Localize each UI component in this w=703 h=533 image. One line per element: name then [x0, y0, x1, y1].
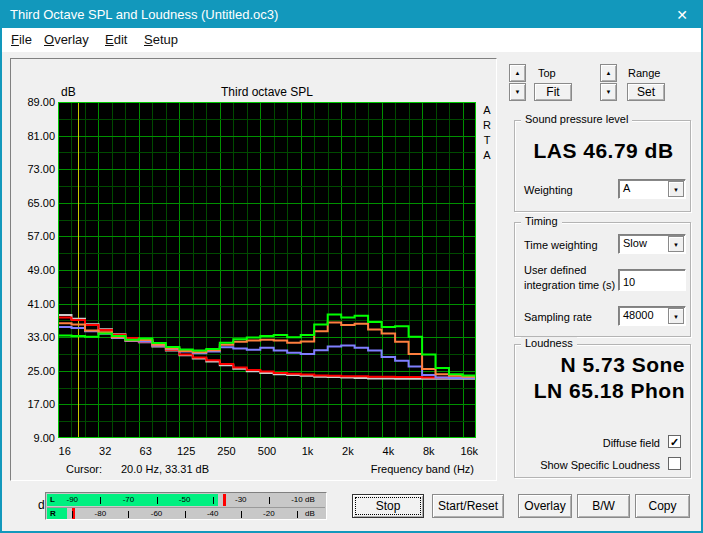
- start-reset-button[interactable]: Start/Reset: [432, 494, 504, 518]
- arta-watermark-letter: A: [480, 149, 494, 161]
- copy-button[interactable]: Copy: [635, 494, 690, 518]
- fit-button[interactable]: Fit: [534, 83, 572, 101]
- meter-scale-label: -30: [231, 495, 251, 504]
- chart-plot-area[interactable]: [58, 102, 476, 438]
- y-tick-label: 81.00: [17, 130, 55, 142]
- timing-group: Timing Time weighting Slow ▼ User define…: [514, 222, 691, 337]
- x-tick-label: 63: [140, 445, 152, 457]
- meter-tick: [72, 511, 73, 518]
- meter-tick: [297, 511, 298, 518]
- meter-tick: [100, 497, 101, 504]
- x-tick-label: 4k: [383, 445, 395, 457]
- menu-item-overlay[interactable]: Overlay: [44, 32, 89, 47]
- show-specific-loudness-checkbox[interactable]: [668, 457, 681, 470]
- stop-button[interactable]: Stop: [352, 494, 424, 518]
- x-tick-label: 2k: [342, 445, 354, 457]
- integration-time-input[interactable]: [618, 269, 686, 291]
- set-button[interactable]: Set: [627, 83, 665, 101]
- close-button[interactable]: ✕: [667, 4, 697, 26]
- meter-scale-label: -70: [118, 495, 138, 504]
- cursor-value: 20.0 Hz, 33.31 dB: [121, 463, 209, 475]
- meter-scale-label: -40: [203, 509, 223, 518]
- range-up-button[interactable]: ▲: [600, 64, 617, 82]
- top-up-button[interactable]: ▲: [509, 64, 526, 82]
- dropdown-icon[interactable]: ▼: [668, 236, 684, 252]
- up-arrow-icon: ▲: [606, 70, 612, 76]
- meter-scale-label: -60: [147, 509, 167, 518]
- integration-label-line1: User defined: [524, 264, 586, 276]
- x-tick-label: 250: [217, 445, 235, 457]
- loudness-group-label: Loudness: [521, 337, 577, 349]
- x-tick-label: 16k: [460, 445, 478, 457]
- timing-group-label: Timing: [521, 215, 562, 227]
- chart-svg: [58, 102, 476, 438]
- meter-tick: [157, 497, 158, 504]
- menu-item-edit[interactable]: Edit: [105, 32, 127, 47]
- y-tick-label: 73.00: [17, 163, 55, 175]
- y-tick-label: 65.00: [17, 197, 55, 209]
- cursor-label: Cursor:: [66, 463, 102, 475]
- range-down-button[interactable]: ▼: [600, 83, 617, 101]
- x-axis-title: Frequency band (Hz): [371, 463, 474, 475]
- x-tick-label: 125: [177, 445, 195, 457]
- loudness-group: Loudness N 5.73 Sone LN 65.18 Phon Diffu…: [514, 344, 691, 478]
- overlay-button[interactable]: Overlay: [518, 494, 572, 518]
- meter-tick: [269, 497, 270, 504]
- show-specific-loudness-label: Show Specific Loudness: [540, 459, 660, 471]
- level-meter: L-90-70-50-30-10dBR-80-60-40-20dB: [45, 492, 327, 520]
- loudness-sone-value: N 5.73 Sone: [560, 353, 685, 377]
- y-tick-label: 41.00: [17, 298, 55, 310]
- diffuse-field-checkbox[interactable]: ✓: [668, 435, 681, 448]
- x-tick-label: 1k: [302, 445, 314, 457]
- titlebar: Third Octave SPL and Loudness (Untitled.…: [2, 2, 701, 28]
- sampling-rate-select[interactable]: 48000 ▼: [618, 306, 686, 326]
- y-tick-label: 33.00: [17, 331, 55, 343]
- meter-scale-label: -50: [175, 495, 195, 504]
- y-tick-label: 57.00: [17, 230, 55, 242]
- arta-watermark-letter: R: [480, 119, 494, 131]
- bw-button[interactable]: B/W: [577, 494, 630, 518]
- meter-channel-label: R: [50, 509, 56, 518]
- meter-scale-label: -20: [259, 509, 279, 518]
- arta-watermark-letter: A: [480, 104, 494, 116]
- menubar: File Overlay Edit Setup: [2, 28, 701, 52]
- sampling-rate-label: Sampling rate: [524, 311, 592, 323]
- diffuse-field-label: Diffuse field: [603, 437, 660, 449]
- meter-channel-label: L: [50, 495, 55, 504]
- y-tick-label: 17.00: [17, 398, 55, 410]
- integration-label-line2: integration time (s): [524, 279, 615, 291]
- meter-unit-label: dB: [305, 509, 315, 518]
- meter-tick: [241, 511, 242, 518]
- arta-watermark-letter: T: [480, 134, 494, 146]
- meter-tick: [213, 497, 214, 504]
- x-tick-label: 32: [99, 445, 111, 457]
- spl-group: Sound pressure level LAS 46.79 dB Weight…: [514, 120, 691, 212]
- meter-tick: [128, 511, 129, 518]
- meter-scale-label: -80: [90, 509, 110, 518]
- app-body: dB Third octave SPL 89.0081.0073.0065.00…: [2, 52, 701, 531]
- down-arrow-icon: ▼: [515, 89, 521, 95]
- dropdown-icon[interactable]: ▼: [668, 308, 684, 324]
- top-label: Top: [538, 67, 556, 79]
- time-weighting-label: Time weighting: [524, 239, 598, 251]
- x-tick-label: 16: [59, 445, 71, 457]
- spl-value: LAS 46.79 dB: [515, 139, 692, 163]
- up-arrow-icon: ▲: [515, 70, 521, 76]
- weighting-label: Weighting: [524, 184, 573, 196]
- y-tick-label: 49.00: [17, 264, 55, 276]
- chart-panel: dB Third octave SPL 89.0081.0073.0065.00…: [10, 58, 497, 481]
- menu-item-file[interactable]: File: [11, 32, 32, 47]
- meter-scale-label: -10: [287, 495, 307, 504]
- x-tick-label: 8k: [423, 445, 435, 457]
- weighting-select[interactable]: A ▼: [618, 179, 686, 199]
- range-label: Range: [628, 67, 660, 79]
- spl-group-label: Sound pressure level: [521, 113, 632, 125]
- time-weighting-select[interactable]: Slow ▼: [618, 234, 686, 254]
- meter-unit-label: dB: [305, 495, 315, 504]
- meter-scale-label: -90: [62, 495, 82, 504]
- menu-item-setup[interactable]: Setup: [144, 32, 178, 47]
- meter-tick: [185, 511, 186, 518]
- dropdown-icon[interactable]: ▼: [668, 181, 684, 197]
- top-down-button[interactable]: ▼: [509, 83, 526, 101]
- chart-title: Third octave SPL: [58, 85, 476, 99]
